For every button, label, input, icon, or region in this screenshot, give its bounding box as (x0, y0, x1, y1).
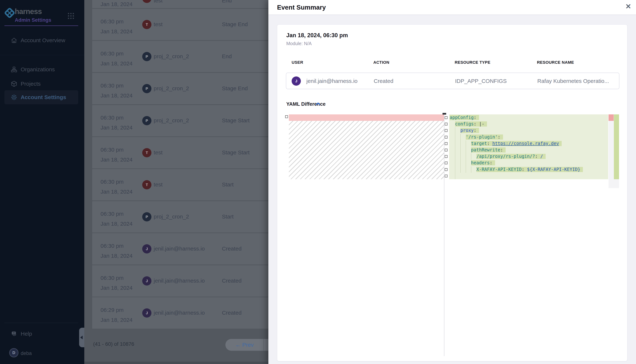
diff-removed-line (289, 114, 444, 121)
column-header-resource-name: RESOURCE NAME (537, 60, 574, 65)
row-user: test (154, 182, 162, 188)
diff-added-line: appConfig: (449, 114, 608, 121)
event-resource-name: Rafay Kubernetes Operatio... (537, 78, 609, 84)
sidebar-item-help[interactable]: ? Help (5, 328, 60, 340)
audit-row[interactable]: 06:30 pmJan 18, 2024TtestStage End (92, 9, 268, 40)
sidebar-item-label: Projects (21, 81, 41, 87)
pagination: ← Prev 1 (226, 339, 268, 351)
audit-log-page: Jan 18, 2024TtestEnd06:30 pmJan 18, 2024… (84, 0, 268, 364)
page-bottom-strip (84, 362, 268, 364)
ruler-removed-mark (608, 114, 614, 121)
diff-line-marker[interactable] (445, 168, 448, 171)
row-date: Jan 18, 2024 (101, 189, 132, 195)
diff-line-marker[interactable] (445, 129, 448, 132)
event-table-row[interactable]: J jenil.jain@harness.io Created IDP_APP_… (286, 72, 619, 89)
sidebar-item-organizations[interactable]: Organizations (5, 64, 78, 75)
diff-line-marker[interactable] (445, 162, 448, 164)
row-date: Jan 18, 2024 (101, 1, 132, 7)
row-time: 06:30 pm (101, 275, 124, 281)
diff-overview-ruler[interactable] (608, 114, 619, 188)
row-user: proj_2_cron_2 (154, 117, 189, 124)
row-time: 06:30 pm (101, 243, 124, 249)
indent-guide (460, 134, 461, 140)
chevron-up-icon[interactable] (316, 102, 320, 106)
app-window: harness Admin Settings Account OverviewO… (0, 0, 636, 364)
sidebar-item-projects[interactable]: Projects (5, 78, 78, 90)
row-date: Jan 18, 2024 (101, 92, 132, 99)
avatar: T (142, 148, 151, 157)
diff-line-marker[interactable] (445, 149, 448, 152)
indent-guide (455, 127, 455, 134)
close-icon[interactable]: ✕ (625, 3, 631, 10)
audit-row[interactable]: 06:29 pmJan 18, 2024Jjenil.jain@harness.… (92, 297, 268, 329)
gear-icon (11, 94, 17, 100)
row-user: test (154, 0, 162, 4)
row-date: Jan 18, 2024 (101, 156, 132, 163)
row-date: Jan 18, 2024 (101, 317, 132, 323)
help-label: Help (21, 331, 32, 337)
sidebar-item-account-overview[interactable]: Account Overview (5, 34, 78, 46)
indent-guide (471, 166, 471, 173)
indent-guide (455, 134, 455, 140)
row-date: Jan 18, 2024 (101, 253, 132, 259)
sidebar-collapse-toggle[interactable] (79, 328, 84, 347)
row-action: End (222, 53, 232, 60)
diff-fold-marker[interactable] (285, 115, 288, 118)
audit-row[interactable]: 06:30 pmJan 18, 2024Pproj_2_cron_2End (92, 41, 268, 72)
avatar: J (292, 76, 301, 86)
sidebar-item-label: Account Settings (21, 94, 66, 100)
sidebar-item-label: Account Overview (21, 37, 65, 44)
event-card: Jan 18, 2024, 06:30 pm Module: N/A USER … (277, 24, 627, 361)
indent-guide (466, 166, 466, 173)
prev-page-button[interactable]: ← Prev (226, 339, 263, 351)
audit-row[interactable]: 06:30 pmJan 18, 2024Jjenil.jain@harness.… (92, 265, 268, 296)
row-time: 06:30 pm (101, 50, 124, 57)
diff-added-line: /api/proxy/rs-plugin/?: / (449, 153, 608, 160)
row-time: 06:30 pm (101, 18, 124, 25)
audit-row[interactable]: 06:30 pmJan 18, 2024Jjenil.jain@harness.… (92, 233, 268, 264)
diff-pane-divider[interactable] (444, 113, 444, 356)
diff-sash-handle[interactable] (443, 113, 446, 114)
diff-added-line: proxy: (449, 127, 608, 134)
row-user: proj_2_cron_2 (154, 85, 189, 92)
audit-row[interactable]: Jan 18, 2024TtestEnd (92, 0, 268, 8)
diff-added-line: pathRewrite: (449, 147, 608, 153)
diff-line-marker[interactable] (445, 123, 448, 126)
row-user: test (154, 21, 162, 28)
row-action: Stage End (222, 21, 248, 28)
row-action: Created (222, 278, 242, 284)
avatar: J (142, 276, 151, 286)
row-action: End (222, 0, 232, 4)
org-icon (11, 66, 17, 73)
diff-line-marker[interactable] (445, 142, 448, 145)
indent-guide (460, 160, 461, 166)
diff-line-marker[interactable] (445, 116, 448, 119)
sidebar-item-account-settings[interactable]: Account Settings (5, 90, 78, 104)
app-grid-icon[interactable] (68, 13, 74, 19)
audit-row[interactable]: 06:30 pmJan 18, 2024TtestStart (92, 169, 268, 200)
indent-guide (466, 140, 466, 147)
event-user: jenil.jain@harness.io (306, 78, 357, 84)
row-user: proj_2_cron_2 (154, 53, 189, 60)
row-action: Stage End (222, 85, 248, 92)
audit-row[interactable]: 06:30 pmJan 18, 2024Pproj_2_cron_2Start (92, 201, 268, 232)
row-action: Start (222, 214, 234, 220)
avatar: T (142, 180, 151, 189)
row-action: Stage Start (222, 117, 250, 124)
diff-line-marker[interactable] (445, 155, 448, 158)
diff-line-marker[interactable] (445, 175, 448, 178)
module-name: Admin Settings (15, 17, 51, 23)
help-chat-icon: ? (11, 330, 17, 337)
sidebar-accent-divider (5, 26, 78, 26)
audit-row[interactable]: 06:30 pmJan 18, 2024TtestStage Start (92, 137, 268, 168)
page-1-button[interactable]: 1 (265, 339, 268, 351)
row-user: proj_2_cron_2 (154, 214, 189, 220)
row-action: Created (222, 246, 242, 252)
indent-guide (455, 147, 455, 153)
diff-added-line: configs: |- (449, 121, 608, 127)
diff-line-marker[interactable] (445, 136, 448, 138)
event-datetime: Jan 18, 2024, 06:30 pm (286, 32, 348, 39)
audit-row[interactable]: 06:30 pmJan 18, 2024Pproj_2_cron_2Stage … (92, 73, 268, 104)
audit-row[interactable]: 06:30 pmJan 18, 2024Pproj_2_cron_2Stage … (92, 105, 268, 136)
row-action: Created (222, 310, 242, 316)
